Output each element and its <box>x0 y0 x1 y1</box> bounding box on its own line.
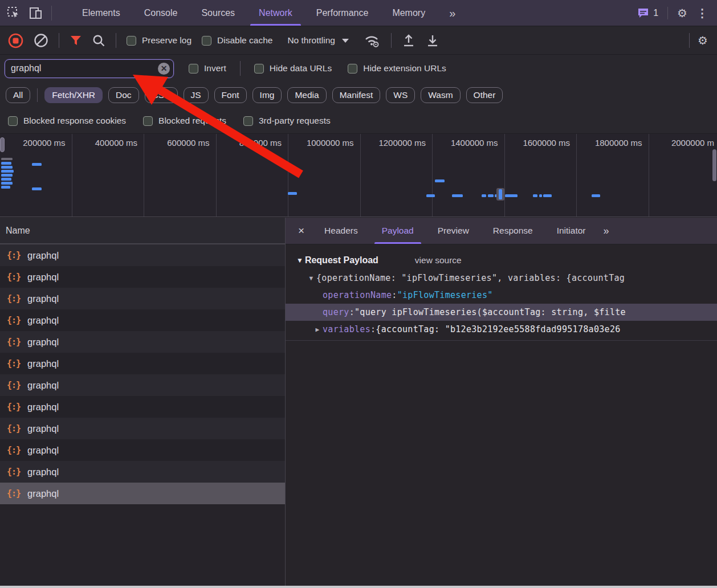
tab-network[interactable]: Network <box>247 0 304 26</box>
timeline-tick-label: 800000 ms <box>239 138 282 148</box>
throttling-dropdown[interactable]: No throttling <box>283 35 353 46</box>
request-row-graphql[interactable]: {:}graphql <box>0 266 285 288</box>
request-name: graphql <box>27 445 59 456</box>
network-settings-gear-icon[interactable]: ⚙ <box>698 35 708 46</box>
timeline-tick-label: 1200000 ms <box>378 138 426 148</box>
filter-chip-wasm[interactable]: Wasm <box>421 87 460 103</box>
details-tabbar: × Headers Payload Preview Response Initi… <box>286 218 717 244</box>
tab-elements[interactable]: Elements <box>70 0 132 26</box>
invert-checkbox[interactable]: Invert <box>189 63 226 74</box>
record-network-log-button[interactable] <box>8 33 23 48</box>
filter-chip-doc[interactable]: Doc <box>108 87 139 103</box>
tab-performance[interactable]: Performance <box>304 0 381 26</box>
tab-console[interactable]: Console <box>132 0 190 26</box>
filter-chip-media[interactable]: Media <box>287 87 326 103</box>
filter-chip-manifest[interactable]: Manifest <box>332 87 381 103</box>
blocked-response-cookies-checkbox[interactable]: Blocked response cookies <box>8 116 126 126</box>
tab-initiator[interactable]: Initiator <box>545 218 598 244</box>
clear-filter-icon[interactable]: ✕ <box>158 63 170 75</box>
throttling-value: No throttling <box>287 35 335 46</box>
payload-preview-text: {operationName: "ipFlowTimeseries", vari… <box>316 273 625 283</box>
request-row-graphql[interactable]: {:}graphql <box>0 396 285 418</box>
request-row-graphql[interactable]: {:}graphql <box>0 244 285 266</box>
hide-extension-urls-checkbox[interactable]: Hide extension URLs <box>348 63 446 74</box>
filter-chip-img[interactable]: Img <box>252 87 282 103</box>
dropdown-caret-icon <box>342 39 349 43</box>
xhr-braces-icon: {:} <box>7 402 21 412</box>
xhr-braces-icon: {:} <box>7 380 21 390</box>
disable-cache-checkbox[interactable]: Disable cache <box>202 35 272 46</box>
payload-row-operation-name[interactable]: operationName: "ipFlowTimeseries" <box>286 287 717 304</box>
kebab-menu-icon[interactable]: ⋮ <box>696 7 708 19</box>
third-party-requests-checkbox[interactable]: 3rd-party requests <box>243 116 331 126</box>
request-row-graphql[interactable]: {:}graphql <box>0 418 285 439</box>
filter-funnel-icon[interactable] <box>70 34 82 47</box>
timeline-column: 400000 ms <box>72 134 145 217</box>
waterfall-bar <box>1 162 11 165</box>
tab-payload[interactable]: Payload <box>370 218 426 244</box>
blocked-requests-checkbox[interactable]: Blocked requests <box>143 116 226 126</box>
filter-chip-other[interactable]: Other <box>466 87 503 103</box>
filter-chip-fetch-xhr[interactable]: Fetch/XHR <box>44 87 103 103</box>
network-overview-timeline[interactable]: 200000 ms400000 ms600000 ms800000 ms1000… <box>0 134 717 217</box>
preserve-log-checkbox[interactable]: Preserve log <box>127 35 192 46</box>
request-row-graphql[interactable]: {:}graphql <box>0 309 285 331</box>
more-details-tabs-icon[interactable]: » <box>598 225 614 237</box>
network-conditions-icon[interactable] <box>364 33 381 48</box>
tab-response[interactable]: Response <box>481 218 545 244</box>
waterfall-bar <box>32 163 42 166</box>
settings-gear-icon[interactable]: ⚙ <box>677 7 687 19</box>
filter-chip-ws[interactable]: WS <box>386 87 415 103</box>
filter-chip-css[interactable]: CSS <box>145 87 178 103</box>
timeline-column: 1800000 ms <box>577 134 649 217</box>
clear-network-log-button[interactable] <box>34 33 48 48</box>
expanded-triangle-icon[interactable]: ▼ <box>306 275 316 282</box>
request-row-graphql[interactable]: {:}graphql <box>0 331 285 353</box>
request-row-graphql[interactable]: {:}graphql <box>0 374 285 396</box>
collapsed-triangle-icon[interactable]: ▶ <box>312 326 323 333</box>
waterfall-bar <box>533 194 537 197</box>
device-toolbar-icon[interactable] <box>28 6 43 20</box>
view-source-link[interactable]: view source <box>415 255 462 266</box>
hide-data-urls-checkbox[interactable]: Hide data URLs <box>254 63 332 74</box>
export-har-icon[interactable] <box>426 34 439 48</box>
divider <box>116 33 116 48</box>
xhr-braces-icon: {:} <box>7 423 21 434</box>
request-name: graphql <box>27 272 59 283</box>
request-row-graphql[interactable]: {:}graphql <box>0 461 285 483</box>
request-name: graphql <box>27 250 59 261</box>
name-column-header[interactable]: Name <box>0 218 285 244</box>
waterfall-bar <box>1 174 13 177</box>
request-row-graphql[interactable]: {:}graphql <box>0 288 285 309</box>
payload-row-variables[interactable]: ▶ variables: {accountTag: "b12e3b2192ee5… <box>286 321 717 338</box>
xhr-braces-icon: {:} <box>7 358 21 369</box>
filter-chip-all[interactable]: All <box>6 87 30 103</box>
filter-input[interactable] <box>5 63 173 74</box>
request-row-graphql[interactable]: {:}graphql <box>0 353 285 374</box>
more-tabs-button[interactable]: » <box>437 0 467 26</box>
payload-root-row[interactable]: ▼ {operationName: "ipFlowTimeseries", va… <box>286 270 717 287</box>
tab-headers[interactable]: Headers <box>312 218 370 244</box>
payload-row-query[interactable]: query: "query ipFlowTimeseries($accountT… <box>286 304 717 321</box>
tab-memory[interactable]: Memory <box>380 0 437 26</box>
xhr-braces-icon: {:} <box>7 315 21 325</box>
collapse-triangle-icon[interactable]: ▼ <box>296 256 303 264</box>
close-details-icon[interactable]: × <box>286 224 312 237</box>
console-messages-button[interactable]: 1 <box>637 7 658 18</box>
tab-sources[interactable]: Sources <box>189 0 247 26</box>
waterfall-bar <box>435 179 445 182</box>
request-details-panel: × Headers Payload Preview Response Initi… <box>286 218 717 586</box>
request-row-graphql[interactable]: {:}graphql <box>0 439 285 461</box>
filter-chip-font[interactable]: Font <box>214 87 247 103</box>
import-har-icon[interactable] <box>402 34 415 48</box>
timeline-tick-label: 600000 ms <box>167 138 209 148</box>
request-row-graphql[interactable]: {:}graphql <box>0 483 285 504</box>
tab-preview[interactable]: Preview <box>426 218 481 244</box>
filter-input-wrap: ✕ <box>5 59 174 78</box>
timeline-column: 800000 ms <box>217 134 289 217</box>
filter-chip-js[interactable]: JS <box>184 87 209 103</box>
search-icon[interactable] <box>92 34 105 47</box>
inspect-element-icon[interactable] <box>7 6 21 20</box>
waterfall-bar <box>288 192 297 195</box>
timeline-column: 1200000 ms <box>361 134 433 217</box>
